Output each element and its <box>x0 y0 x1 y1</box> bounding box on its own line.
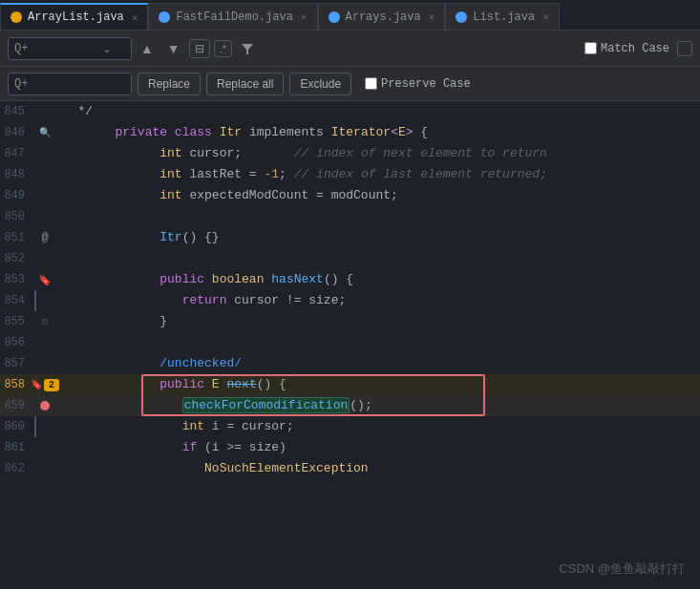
linenum-853: 853 <box>0 273 34 286</box>
lineicons-858: 🔖 2 <box>34 379 55 391</box>
replace-all-button[interactable]: Replace all <box>206 73 284 95</box>
linenum-858: 858 <box>0 378 34 391</box>
search-history-btn[interactable]: ⌄ <box>102 42 112 55</box>
tab-arrays[interactable]: Arrays.java ✕ <box>318 3 446 30</box>
tab-fastfail[interactable]: FastFailDemo.java ✕ <box>148 3 317 30</box>
linenum-851: 851 <box>0 231 34 244</box>
linenum-861: 861 <box>0 441 34 454</box>
line-851: 851 @ Itr() {} <box>0 227 700 248</box>
nav-down-button[interactable]: ▼ <box>162 38 185 59</box>
line-849: 849 int expectedModCount = modCount; <box>0 185 700 206</box>
tab-icon-arraylist <box>11 11 22 23</box>
replace-prefix: Q+ <box>14 77 28 91</box>
tab-icon-fastfail <box>159 11 170 23</box>
match-case-label: Match Case <box>601 42 669 55</box>
replace-button[interactable]: Replace <box>138 73 201 95</box>
tab-bar: ArrayList.java ✕ FastFailDemo.java ✕ Arr… <box>0 0 700 31</box>
tab-icon-list <box>456 11 467 23</box>
tab-close-fastfail[interactable]: ✕ <box>301 11 308 23</box>
linenum-845: 845 <box>0 105 34 118</box>
line-862: 862 NoSuchElementException <box>0 458 700 479</box>
linenum-862: 862 <box>0 462 34 475</box>
exclude-button[interactable]: Exclude <box>289 73 351 95</box>
linenum-849: 849 <box>0 189 34 202</box>
replace-input-box[interactable]: Q+ <box>8 73 132 95</box>
preserve-case-option[interactable]: Preserve Case <box>365 77 471 91</box>
watermark: CSDN @鱼鱼敲敲打打 <box>559 560 685 578</box>
editor-area: 845 */ 846 🔍 private class Itr implement… <box>0 101 700 589</box>
linenum-846: 846 <box>0 126 34 139</box>
linecode-862: NoSuchElementException <box>55 437 700 500</box>
match-regex-button[interactable]: .* <box>214 40 232 57</box>
breakpoint-859[interactable] <box>40 401 50 410</box>
lineicons-854 <box>34 290 55 311</box>
search-prefix: Q+ <box>14 42 28 55</box>
search-toolbar: Q+ ⌄ ▲ ▼ ⊟ .* Match Case <box>0 31 700 67</box>
tab-arraylist[interactable]: ArrayList.java ✕ <box>0 3 148 30</box>
replace-input[interactable] <box>28 77 104 91</box>
linenum-859: 859 <box>0 399 34 412</box>
svg-marker-0 <box>242 44 253 54</box>
tab-close-list[interactable]: ✕ <box>542 11 549 23</box>
bookmark-icon-853: 🔖 <box>38 274 52 286</box>
linenum-856: 856 <box>0 336 34 349</box>
line-855: 855 ⊟ } <box>0 311 700 332</box>
preserve-case-label: Preserve Case <box>381 77 471 91</box>
linenum-850: 850 <box>0 210 34 223</box>
tab-icon-arrays <box>329 11 340 23</box>
search-marker-846: 🔍 <box>39 127 51 138</box>
search-input-box[interactable]: Q+ ⌄ <box>8 37 132 60</box>
tab-close-arraylist[interactable]: ✕ <box>132 11 138 24</box>
search-input[interactable] <box>32 42 98 55</box>
linenum-848: 848 <box>0 168 34 181</box>
tab-list[interactable]: List.java ✕ <box>445 3 559 30</box>
linenum-855: 855 <box>0 315 34 328</box>
linenum-857: 857 <box>0 357 34 370</box>
fold-icon-855[interactable]: ⊟ <box>42 316 48 327</box>
filter-icon <box>241 42 254 55</box>
tab-label-arraylist: ArrayList.java <box>28 11 124 24</box>
tab-close-arrays[interactable]: ✕ <box>429 11 435 23</box>
lineicons-846: 🔍 <box>34 127 55 138</box>
bookmark-icon-858: 🔖 <box>31 379 42 390</box>
lineicons-855: ⊟ <box>34 316 55 327</box>
lineicons-853: 🔖 <box>34 274 55 286</box>
at-icon: @ <box>41 231 48 244</box>
tab-label-arrays: Arrays.java <box>346 11 421 24</box>
match-word-button[interactable]: ⊟ <box>189 39 210 58</box>
replace-toolbar: Q+ Replace Replace all Exclude Preserve … <box>0 67 700 101</box>
match-case-checkbox[interactable] <box>584 42 597 54</box>
match-case-option[interactable]: Match Case <box>584 42 669 55</box>
nav-up-button[interactable]: ▲ <box>136 38 159 59</box>
tab-label-fastfail: FastFailDemo.java <box>176 11 292 24</box>
lineicons-851: @ <box>34 231 55 244</box>
linenum-854: 854 <box>0 294 34 307</box>
match-case-extra-checkbox[interactable] <box>677 41 692 56</box>
preserve-case-checkbox[interactable] <box>365 77 377 90</box>
filter-button[interactable] <box>236 39 259 58</box>
lineicons-860 <box>34 416 55 437</box>
lineicons-859 <box>34 401 55 410</box>
right-options: Match Case <box>584 41 692 56</box>
linenum-860: 860 <box>0 420 34 433</box>
tab-label-list: List.java <box>473 11 535 24</box>
linenum-847: 847 <box>0 147 34 160</box>
linenum-852: 852 <box>0 252 34 265</box>
